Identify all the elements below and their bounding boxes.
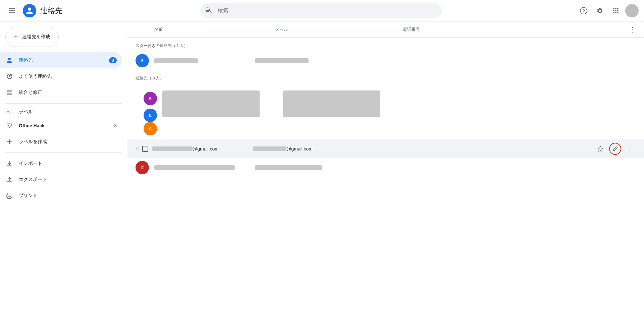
create-contact-label: 連絡先を作成 bbox=[22, 34, 50, 40]
contact-email-starred bbox=[255, 58, 382, 63]
more-options-icon[interactable]: ⋮ bbox=[629, 26, 636, 33]
menu-icon[interactable] bbox=[5, 4, 19, 17]
office-hack-count: 3 bbox=[114, 123, 117, 128]
col-phone-header: 電話番号 bbox=[402, 26, 503, 33]
col-actions-header: ⋮ bbox=[629, 25, 636, 34]
settings-icon[interactable] bbox=[593, 4, 606, 17]
merge-label: 統合と修正 bbox=[19, 89, 117, 96]
more-icon-red[interactable]: ⋮ bbox=[624, 162, 636, 174]
edit-icon-gmail[interactable] bbox=[609, 143, 621, 155]
table-header: 名前 メール 電話番号 ⋮ bbox=[127, 21, 644, 38]
edit-icon-red[interactable] bbox=[609, 162, 621, 174]
app-avatar bbox=[23, 4, 36, 17]
sidebar-item-merge[interactable]: 統合と修正 bbox=[0, 84, 122, 101]
contact-name-gmail: @gmail.com bbox=[152, 146, 253, 151]
name-blur-gmail bbox=[152, 146, 193, 151]
svg-point-7 bbox=[617, 8, 619, 9]
sidebar-divider-2 bbox=[5, 152, 122, 153]
contact-checkbox[interactable] bbox=[142, 146, 148, 152]
starred-contact-row[interactable]: a ⋮ bbox=[127, 51, 644, 70]
main-layout: + 連絡先を作成 連絡先 8 よく使う連絡先 bbox=[0, 21, 644, 309]
edit-icon[interactable] bbox=[609, 55, 621, 67]
labels-section-label: ラベル bbox=[19, 109, 33, 115]
contact-row-orange[interactable]: c bbox=[136, 121, 636, 137]
help-icon[interactable]: ? bbox=[577, 4, 590, 17]
app-title: 連絡先 bbox=[40, 6, 62, 16]
col-email-header: メール bbox=[275, 26, 402, 33]
history-icon bbox=[5, 72, 13, 80]
labels-section[interactable]: ラベル bbox=[0, 106, 127, 118]
sidebar-item-export[interactable]: エクスポート bbox=[0, 172, 122, 188]
sidebar-item-contacts[interactable]: 連絡先 8 bbox=[0, 52, 122, 68]
contacts-section-header: 連絡先（８人） bbox=[127, 70, 644, 84]
email-blur bbox=[255, 58, 309, 63]
svg-point-5 bbox=[613, 8, 614, 9]
create-contact-button[interactable]: + 連絡先を作成 bbox=[5, 27, 59, 47]
contact-avatar-purple: a bbox=[144, 92, 157, 105]
frequently-label: よく使う連絡先 bbox=[19, 73, 117, 79]
export-label: エクスポート bbox=[19, 177, 117, 183]
svg-point-9 bbox=[615, 10, 616, 11]
contact-name-starred bbox=[154, 58, 255, 63]
email-blur-red bbox=[255, 165, 322, 170]
office-hack-label: Office Hack bbox=[19, 123, 109, 128]
search-input[interactable] bbox=[200, 3, 442, 18]
contacts-label: 連絡先 bbox=[19, 57, 104, 63]
svg-rect-2 bbox=[9, 12, 15, 13]
contact-avatar-red: d bbox=[136, 161, 149, 174]
merge-icon bbox=[5, 88, 13, 97]
svg-rect-0 bbox=[9, 8, 15, 9]
svg-point-6 bbox=[615, 8, 616, 9]
star-icon-red[interactable] bbox=[594, 162, 606, 174]
search-bar bbox=[200, 3, 442, 18]
contact-name-red bbox=[154, 165, 255, 170]
more-icon-gmail[interactable]: ⋮ bbox=[624, 143, 636, 155]
gmail-suffix-2: @gmail.com bbox=[286, 146, 313, 151]
sidebar-divider-1 bbox=[5, 103, 122, 104]
label-tag-icon bbox=[5, 122, 13, 130]
starred-section-header: スター付きの連絡先（１人） bbox=[127, 38, 644, 51]
sidebar-item-import[interactable]: インポート bbox=[0, 156, 122, 172]
sidebar: + 連絡先を作成 連絡先 8 よく使う連絡先 bbox=[0, 21, 127, 309]
more-icon[interactable]: ⋮ bbox=[624, 55, 636, 67]
svg-point-14 bbox=[8, 125, 9, 126]
contact-row-red[interactable]: d ⋮ bbox=[127, 158, 644, 177]
contact-avatar-blue2: a bbox=[144, 109, 157, 122]
svg-point-10 bbox=[617, 10, 619, 11]
drag-dots-icon: ⠿ bbox=[136, 146, 140, 152]
create-btn-wrapper: + 連絡先を作成 bbox=[0, 24, 127, 52]
header: 連絡先 ? bbox=[0, 0, 644, 21]
star-icon-gmail[interactable] bbox=[594, 143, 606, 155]
email-blur-gmail bbox=[253, 146, 286, 151]
star-icon[interactable] bbox=[594, 55, 606, 67]
svg-rect-1 bbox=[9, 10, 15, 11]
name-blur-red bbox=[154, 165, 235, 170]
contact-avatar-orange: c bbox=[144, 122, 157, 135]
grouped-contacts: a a c bbox=[136, 86, 636, 137]
chevron-up-icon bbox=[5, 109, 13, 115]
export-icon bbox=[5, 176, 13, 184]
svg-point-8 bbox=[613, 10, 614, 11]
content-area: 名前 メール 電話番号 ⋮ スター付きの連絡先（１人） a bbox=[127, 21, 644, 309]
header-left: 連絡先 bbox=[5, 4, 133, 17]
person-icon bbox=[5, 56, 13, 64]
gmail-suffix-1: @gmail.com bbox=[193, 146, 219, 151]
sidebar-item-frequently[interactable]: よく使う連絡先 bbox=[0, 68, 122, 84]
contact-avatar-starred: a bbox=[136, 54, 149, 67]
user-avatar[interactable] bbox=[625, 4, 639, 17]
print-icon bbox=[5, 192, 13, 200]
svg-rect-16 bbox=[8, 197, 11, 198]
col-name-header: 名前 bbox=[154, 26, 275, 33]
sidebar-item-print[interactable]: プリント bbox=[0, 188, 122, 204]
contact-row-actions-gmail: ⋮ bbox=[594, 143, 636, 155]
sidebar-item-create-label[interactable]: ラベルを作成 bbox=[0, 134, 122, 150]
contact-row-gmail[interactable]: ⠿ @gmail.com @gmail.com bbox=[127, 139, 644, 158]
create-label-label: ラベルを作成 bbox=[19, 139, 117, 145]
print-label: プリント bbox=[19, 193, 117, 199]
header-right: ? bbox=[577, 4, 639, 17]
import-icon bbox=[5, 160, 13, 168]
import-label: インポート bbox=[19, 161, 117, 167]
sidebar-item-office-hack[interactable]: Office Hack 3 bbox=[0, 118, 122, 134]
svg-point-12 bbox=[615, 12, 616, 13]
apps-icon[interactable] bbox=[609, 4, 623, 17]
